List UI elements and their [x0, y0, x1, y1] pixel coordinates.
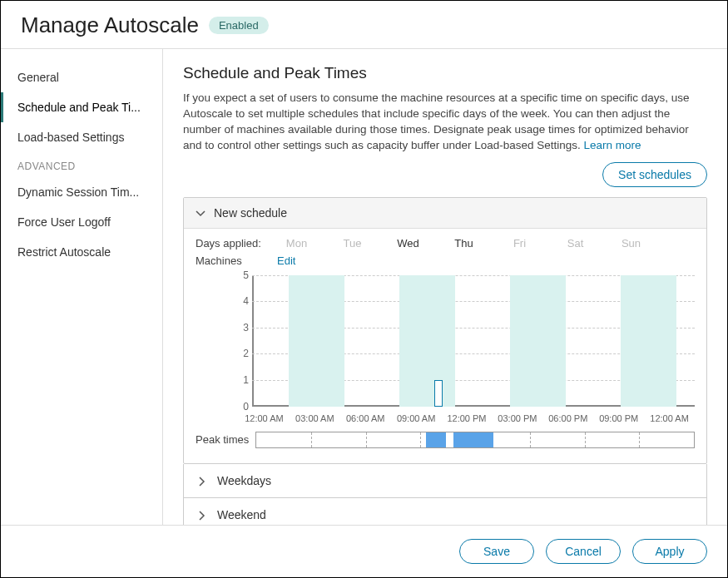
sidebar: General Schedule and Peak Ti... Load-bas… — [1, 49, 163, 525]
sidebar-item-load[interactable]: Load-based Settings — [1, 122, 162, 152]
peak-divider — [311, 432, 312, 447]
save-button[interactable]: Save — [459, 539, 534, 564]
x-tick: 06:00 AM — [340, 413, 391, 423]
shade-band — [510, 275, 566, 407]
footer: Save Cancel Apply — [1, 525, 727, 577]
x-tick: 12:00 AM — [239, 413, 290, 423]
sidebar-section-advanced: ADVANCED — [1, 152, 162, 177]
schedule-name: New schedule — [214, 206, 287, 220]
chart-bar — [434, 380, 443, 407]
apply-button[interactable]: Apply — [632, 539, 707, 564]
page-header: Manage Autoscale Enabled — [1, 1, 727, 49]
y-axis — [252, 275, 254, 407]
shade-band — [399, 275, 455, 407]
peak-segment[interactable] — [453, 432, 493, 447]
content: General Schedule and Peak Ti... Load-bas… — [1, 49, 727, 525]
edit-link[interactable]: Edit — [277, 254, 295, 267]
machines-row: Machines Edit — [196, 254, 695, 267]
day-fri: Fri — [492, 237, 547, 249]
chevron-right-icon — [197, 476, 207, 486]
sidebar-item-logoff[interactable]: Force User Logoff — [1, 207, 162, 237]
chevron-right-icon — [197, 510, 207, 520]
y-tick: 5 — [243, 269, 249, 281]
set-schedules-button[interactable]: Set schedules — [602, 162, 707, 187]
x-tick: 09:00 AM — [391, 413, 442, 423]
x-ticks: 12:00 AM03:00 AM06:00 AM09:00 AM12:00 PM… — [239, 413, 695, 423]
learn-more-link[interactable]: Learn more — [584, 139, 641, 151]
x-tick: 03:00 PM — [492, 413, 542, 423]
peak-row: Peak times — [196, 432, 695, 448]
day-thu: Thu — [436, 237, 492, 249]
peak-label: Peak times — [196, 433, 255, 446]
chevron-down-icon — [196, 208, 206, 218]
day-sat: Sat — [547, 237, 603, 249]
x-tick: 12:00 PM — [442, 413, 493, 423]
sidebar-item-dynamic[interactable]: Dynamic Session Tim... — [1, 177, 162, 207]
y-tick: 2 — [243, 348, 249, 359]
section-description: If you expect a set of users to consume … — [183, 91, 707, 154]
peak-divider — [585, 432, 586, 447]
y-tick: 3 — [243, 322, 249, 333]
peak-segment[interactable] — [426, 432, 446, 447]
weekend-collapse[interactable]: Weekend — [183, 498, 707, 525]
y-tick: 1 — [243, 374, 249, 386]
machines-chart: 12:00 AM03:00 AM06:00 AM09:00 AM12:00 PM… — [196, 272, 695, 427]
weekdays-label: Weekdays — [217, 474, 271, 487]
x-tick: 09:00 PM — [593, 413, 644, 423]
peak-bar[interactable] — [255, 432, 695, 448]
sidebar-item-schedule[interactable]: Schedule and Peak Ti... — [1, 92, 162, 122]
machines-label: Machines — [196, 254, 269, 267]
schedule-panel: New schedule Days applied: Mon Tue Wed T… — [183, 197, 707, 464]
status-badge: Enabled — [209, 17, 269, 34]
days-label: Days applied: — [196, 237, 269, 249]
weekdays-collapse[interactable]: Weekdays — [183, 464, 707, 498]
peak-divider — [366, 432, 367, 447]
page-title: Manage Autoscale — [21, 12, 199, 38]
day-sun: Sun — [603, 237, 659, 249]
main-panel: Schedule and Peak Times If you expect a … — [163, 49, 727, 525]
chart-plot — [252, 275, 695, 407]
y-tick: 0 — [243, 401, 249, 413]
day-tue: Tue — [324, 237, 380, 249]
peak-divider — [420, 432, 421, 447]
x-tick: 03:00 AM — [290, 413, 340, 423]
shade-band — [621, 275, 676, 407]
day-mon: Mon — [269, 237, 324, 249]
shade-band — [289, 275, 344, 407]
weekend-label: Weekend — [217, 508, 266, 521]
peak-divider — [639, 432, 640, 447]
schedule-panel-body: Days applied: Mon Tue Wed Thu Fri Sat Su… — [184, 229, 706, 463]
sidebar-item-general[interactable]: General — [1, 62, 162, 92]
sidebar-item-restrict[interactable]: Restrict Autoscale — [1, 237, 162, 267]
set-schedules-row: Set schedules — [183, 162, 707, 187]
peak-divider — [530, 432, 531, 447]
schedule-panel-header[interactable]: New schedule — [184, 198, 706, 229]
y-tick: 4 — [243, 295, 249, 307]
x-tick: 12:00 AM — [644, 413, 695, 423]
cancel-button[interactable]: Cancel — [546, 539, 621, 564]
x-tick: 06:00 PM — [542, 413, 593, 423]
section-heading: Schedule and Peak Times — [183, 64, 707, 82]
day-wed: Wed — [380, 237, 436, 249]
days-row: Days applied: Mon Tue Wed Thu Fri Sat Su… — [196, 237, 695, 249]
